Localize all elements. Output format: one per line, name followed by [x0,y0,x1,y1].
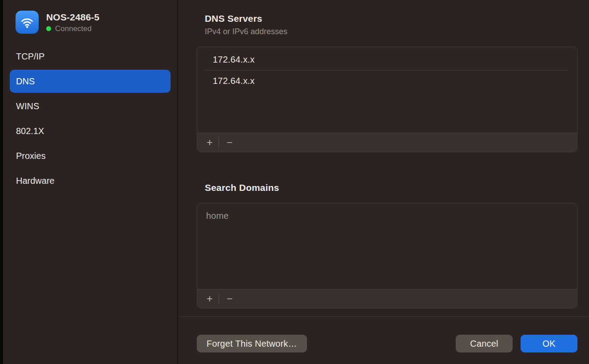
connected-status-label: Connected [55,24,92,33]
sidebar-item-tcpip[interactable]: TCP/IP [10,45,171,68]
footer-separator [219,137,219,148]
connected-status-dot-icon [46,26,51,31]
forget-network-button[interactable]: Forget This Network… [197,335,307,352]
cancel-button[interactable]: Cancel [456,335,513,352]
dialog-actions: Cancel OK [456,335,577,352]
network-details-window: NOS-2486-5 Connected TCP/IP DNS WINS 802… [0,0,589,364]
ok-button[interactable]: OK [521,335,577,352]
sidebar-item-dns[interactable]: DNS [10,70,171,93]
dns-servers-rows: 172.64.x.x 172.64.x.x [197,47,577,133]
search-domains-list: home + − [197,203,577,309]
search-domains-section: Search Domains home + − [197,182,577,309]
search-domain-row[interactable]: home [197,206,577,226]
dns-servers-section: DNS Servers IPv4 or IPv6 addresses 172.6… [197,13,577,152]
plus-icon: + [207,293,212,305]
footer-buttons: Forget This Network… Cancel OK [197,317,577,352]
wifi-icon [16,11,39,34]
dns-server-row[interactable]: 172.64.x.x [197,71,577,91]
network-name: NOS-2486-5 [46,12,99,23]
dns-servers-subtitle: IPv4 or IPv6 addresses [205,26,577,37]
search-domains-list-footer: + − [197,289,577,308]
sidebar-item-proxies[interactable]: Proxies [10,144,171,167]
dns-servers-title: DNS Servers [205,13,577,24]
network-status: Connected [46,24,99,33]
remove-search-domain-button[interactable]: − [222,292,238,305]
sidebar-item-8021x[interactable]: 802.1X [10,119,171,142]
add-dns-server-button[interactable]: + [202,136,218,149]
sidebar-item-hardware[interactable]: Hardware [10,169,171,192]
footer-separator [219,293,219,305]
sidebar-nav: TCP/IP DNS WINS 802.1X Proxies Hardware [3,45,177,192]
plus-icon: + [207,137,212,149]
search-domains-title: Search Domains [205,182,577,194]
add-search-domain-button[interactable]: + [202,292,218,305]
window-left-edge [0,0,3,364]
sidebar: NOS-2486-5 Connected TCP/IP DNS WINS 802… [3,0,178,364]
minus-icon: − [227,137,232,149]
minus-icon: − [227,293,232,305]
remove-dns-server-button[interactable]: − [222,136,238,149]
search-domains-rows: home [197,203,577,289]
dns-server-row[interactable]: 172.64.x.x [197,49,577,70]
dns-pane-body: DNS Servers IPv4 or IPv6 addresses 172.6… [178,0,589,364]
dns-servers-list: 172.64.x.x 172.64.x.x + − [197,47,577,152]
network-header: NOS-2486-5 Connected [3,11,177,34]
dns-pane: DNS Servers IPv4 or IPv6 addresses 172.6… [178,0,589,364]
network-identity: NOS-2486-5 Connected [46,12,99,33]
sidebar-item-wins[interactable]: WINS [10,95,171,118]
dns-servers-list-footer: + − [197,133,577,152]
